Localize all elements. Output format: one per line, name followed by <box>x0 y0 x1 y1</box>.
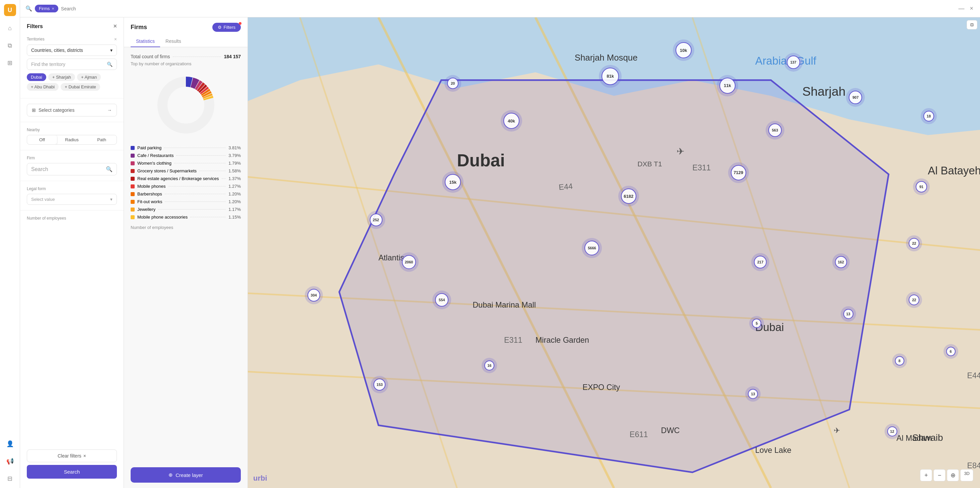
close-button[interactable]: × <box>968 4 975 13</box>
firms-title-row: Firms ⚙ Filters <box>130 23 241 32</box>
minimize-button[interactable]: — <box>957 4 966 13</box>
map-area: Dubai Arabian Gulf Sharjah Al Batayeh Sh… <box>248 17 980 488</box>
search-bar: 🔍 Firms × — × <box>20 0 980 17</box>
stats-tabs: Statistics Results <box>130 36 241 47</box>
chip-close[interactable]: × <box>52 6 55 11</box>
nav-megaphone-icon[interactable]: 📢 <box>5 456 15 467</box>
legend-color-dot <box>130 192 135 196</box>
legend-pct: 1.37% <box>228 176 241 181</box>
nearby-tab-off[interactable]: Off <box>27 135 57 144</box>
svg-text:Sharjah Mosque: Sharjah Mosque <box>575 53 638 62</box>
svg-text:Atlantis: Atlantis <box>379 254 404 262</box>
svg-text:E311: E311 <box>692 163 711 172</box>
legend-label: Grocery stores / Supermarkets <box>137 168 197 173</box>
select-categories-button[interactable]: ⊞ Select categories → <box>27 104 117 116</box>
legend-color-dot <box>130 200 135 204</box>
nav-tags-icon[interactable]: ⊞ <box>5 57 15 68</box>
svg-text:Dubai: Dubai <box>457 151 505 170</box>
legend-item: Fit-out works 1.20% <box>130 199 241 204</box>
territories-clear-icon[interactable]: × <box>114 36 117 42</box>
firms-chip[interactable]: Firms × <box>35 5 58 13</box>
main-content: 🔍 Firms × — × Filters × Territories × <box>20 0 980 488</box>
tab-results[interactable]: Results <box>160 36 186 47</box>
legal-form-section: Legal form Select value ▾ <box>20 184 124 208</box>
search-icon: 🔍 <box>25 5 32 12</box>
legend-pct: 1.79% <box>228 161 241 166</box>
map-fullscreen-button[interactable]: ⊡ <box>967 20 977 29</box>
create-layer-button[interactable]: ⊕ Create layer <box>130 467 241 483</box>
chip-label: Firms <box>39 6 50 11</box>
compass-button[interactable]: ⊕ <box>947 469 959 481</box>
search-icon: 🔍 <box>106 166 113 173</box>
tag-dubai[interactable]: Dubai <box>27 73 46 81</box>
filters-chip-button[interactable]: ⚙ Filters <box>212 23 241 32</box>
nav-table-icon[interactable]: ⊟ <box>5 473 15 484</box>
arrow-right-icon: → <box>107 108 112 113</box>
svg-text:Dubai: Dubai <box>755 321 784 333</box>
nav-user-icon[interactable]: 👤 <box>5 439 15 449</box>
firm-section: Firm Search 🔍 <box>20 153 124 178</box>
nearby-tab-radius[interactable]: Radius <box>57 135 87 144</box>
legal-label: Legal form <box>27 187 117 191</box>
map-svg: Dubai Arabian Gulf Sharjah Al Batayeh Sh… <box>248 17 980 488</box>
top-label: Top by number of organizations <box>130 61 241 66</box>
svg-text:EXPO City: EXPO City <box>582 383 620 391</box>
legend-pct: 1.15% <box>228 215 241 220</box>
legend-label: Mobile phone accessories <box>137 215 188 220</box>
legend-item: Cafe / Restaurants 3.79% <box>130 153 241 158</box>
categories-section: ⊞ Select categories → <box>20 101 124 119</box>
territory-tags: Dubai + Sharjah + Ajman + Abu Dhabi + Du… <box>27 73 117 91</box>
territories-section: Territories × Countries, cities, distric… <box>20 34 124 95</box>
legend-pct: 1.20% <box>228 192 241 196</box>
3d-button[interactable]: 3D <box>960 469 973 481</box>
tag-abu-dhabi[interactable]: + Abu Dhabi <box>27 83 59 91</box>
territories-label: Territories × <box>27 36 117 42</box>
legend-item: Women's clothing 1.79% <box>130 161 241 166</box>
tag-ajman[interactable]: + Ajman <box>77 73 101 81</box>
tab-statistics[interactable]: Statistics <box>130 36 160 47</box>
nearby-tab-path[interactable]: Path <box>87 135 116 144</box>
content-row: Filters × Territories × Countries, citie… <box>20 17 980 488</box>
filter-icon: ⚙ <box>218 25 222 30</box>
territory-type-select[interactable]: Countries, cities, districts ▾ <box>27 44 117 56</box>
zoom-in-button[interactable]: + <box>920 469 932 481</box>
stats-body: Total count of firms 184 157 Top by numb… <box>124 47 248 462</box>
clear-filters-button[interactable]: Clear filters × <box>27 450 117 462</box>
urbi-watermark: urbi <box>253 474 267 483</box>
search-input[interactable] <box>61 6 954 11</box>
legend-item: Mobile phone accessories 1.15% <box>130 215 241 220</box>
filters-title: Filters <box>27 24 43 29</box>
legal-form-select[interactable]: Select value ▾ <box>27 194 117 205</box>
num-employees-label: Number of employees <box>130 225 241 230</box>
svg-text:E311: E311 <box>504 336 522 344</box>
legend-pct: 1.58% <box>228 168 241 173</box>
tag-sharjah[interactable]: + Sharjah <box>48 73 75 81</box>
firms-title: Firms <box>130 24 147 31</box>
filters-dot <box>239 22 242 25</box>
filters-close-button[interactable]: × <box>113 23 117 30</box>
nav-home-icon[interactable]: ⌂ <box>5 23 15 33</box>
search-button[interactable]: Search <box>27 465 117 478</box>
legend-label: Women's clothing <box>137 161 172 166</box>
legend-list: Paid parking 3.81% Cafe / Restaurants 3.… <box>130 145 241 220</box>
legend-pct: 1.17% <box>228 207 241 212</box>
stats-panel: Firms ⚙ Filters Statistics Results Total… <box>124 17 248 488</box>
legend-color-dot <box>130 208 135 212</box>
find-territory-input[interactable]: Find the territory 🔍 <box>27 59 117 70</box>
svg-text:Love Lake: Love Lake <box>755 446 791 455</box>
search-bar-actions: — × <box>957 4 975 13</box>
legend-pct: 3.79% <box>228 153 241 158</box>
svg-text:✈: ✈ <box>676 146 684 157</box>
stats-header: Firms ⚙ Filters Statistics Results <box>124 17 248 47</box>
tag-dubai-emirate[interactable]: + Dubai Emirate <box>60 83 100 91</box>
legend-color-dot <box>130 169 135 173</box>
firm-label: Firm <box>27 156 117 160</box>
nearby-section: Nearby Off Radius Path <box>20 125 124 147</box>
legend-color-dot <box>130 146 135 150</box>
zoom-out-button[interactable]: − <box>934 469 945 481</box>
nav-layers-icon[interactable]: ⧉ <box>5 40 15 51</box>
svg-text:Sharjah: Sharjah <box>802 84 845 98</box>
firm-search-input[interactable]: Search 🔍 <box>27 163 117 175</box>
total-row: Total count of firms 184 157 <box>130 54 241 59</box>
svg-text:Al Batayeh: Al Batayeh <box>928 164 980 177</box>
